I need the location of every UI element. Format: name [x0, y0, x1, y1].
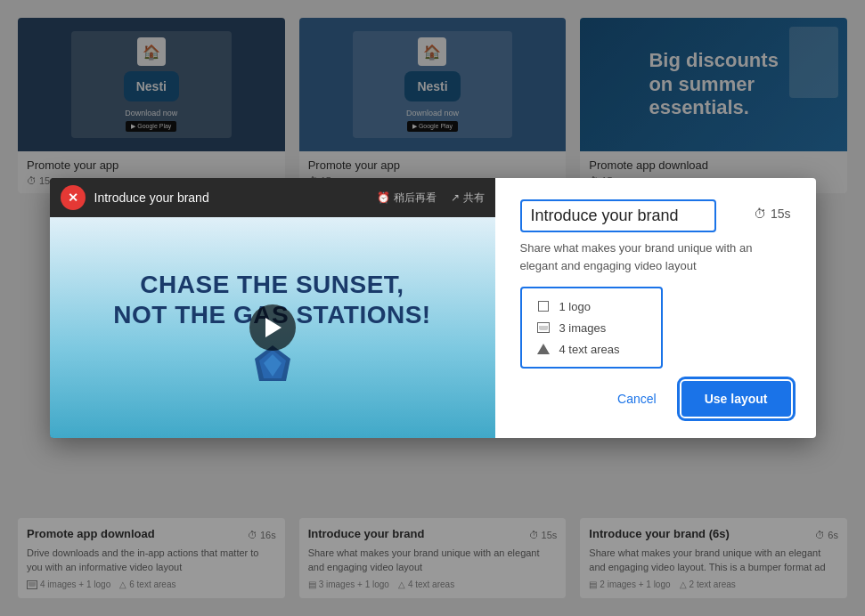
video-topbar-right: ⏰ 稍后再看 ↗ 共有: [377, 190, 485, 206]
feature-logo-label: 1 logo: [559, 300, 591, 313]
video-topbar: ✕ Introduce your brand ⏰ 稍后再看 ↗ 共有: [50, 178, 495, 217]
feature-images: 3 images: [536, 320, 647, 335]
dialog-header: ⏱ 15s: [520, 199, 791, 232]
modal-panel: ✕ Introduce your brand ⏰ 稍后再看 ↗ 共有: [50, 178, 816, 438]
video-title: Introduce your brand: [94, 190, 209, 205]
logo-icon: [536, 299, 551, 313]
timer-value: 15s: [771, 207, 791, 221]
modal-overlay: ✕ Introduce your brand ⏰ 稍后再看 ↗ 共有: [0, 0, 865, 616]
watch-later-btn[interactable]: ⏰ 稍后再看: [377, 190, 437, 206]
image-shape-icon: [537, 322, 550, 333]
cancel-button[interactable]: Cancel: [607, 385, 667, 413]
watch-later-label: 稍后再看: [394, 190, 437, 206]
video-content: CHASE THE SUNSET, NOT THE GAS STATIONS!: [50, 217, 495, 438]
text-icon-container: [536, 342, 551, 356]
feature-logo: 1 logo: [536, 299, 647, 313]
dialog-description: Share what makes your brand unique with …: [520, 239, 791, 274]
dialog-timer: ⏱ 15s: [754, 199, 791, 221]
share-label: 共有: [463, 190, 485, 206]
headline-line1: CHASE THE SUNSET,: [113, 270, 430, 300]
video-topbar-left: ✕ Introduce your brand: [61, 185, 209, 210]
dialog-top: ⏱ 15s Share what makes your brand unique…: [520, 199, 791, 381]
features-box: 1 logo 3 images 4 text areas: [520, 287, 663, 369]
close-button[interactable]: ✕: [61, 185, 86, 210]
play-triangle-icon: [265, 318, 282, 337]
clock-icon-topbar: ⏰: [377, 191, 390, 204]
image-icon-container: [536, 320, 551, 335]
feature-text: 4 text areas: [536, 342, 647, 356]
dialog-panel: ⏱ 15s Share what makes your brand unique…: [495, 178, 816, 438]
dialog-actions: Cancel Use layout: [520, 381, 791, 417]
square-shape-icon: [538, 301, 549, 312]
triangle-shape-icon: [537, 344, 550, 354]
timer-icon: ⏱: [754, 207, 766, 221]
video-preview-panel: ✕ Introduce your brand ⏰ 稍后再看 ↗ 共有: [50, 178, 495, 438]
feature-images-label: 3 images: [559, 321, 607, 335]
share-btn[interactable]: ↗ 共有: [451, 190, 485, 206]
use-layout-button[interactable]: Use layout: [681, 381, 791, 417]
close-icon: ✕: [68, 190, 78, 205]
dialog-title-input[interactable]: [520, 199, 716, 232]
play-button[interactable]: [249, 304, 296, 351]
feature-text-label: 4 text areas: [559, 343, 620, 356]
share-icon: ↗: [451, 191, 460, 204]
